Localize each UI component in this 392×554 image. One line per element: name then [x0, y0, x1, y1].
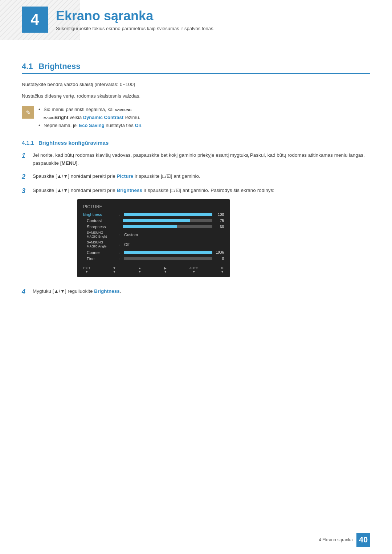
- screen-label-brightness: Brightness: [83, 212, 116, 217]
- brightness-value: 100: [215, 213, 224, 217]
- body-text-1: Nustatykite bendrą vaizdo skaistį (inter…: [22, 81, 370, 89]
- note-item-2: Neprieinama, jei Eco Saving nustatyta ti…: [38, 122, 143, 130]
- colon-1: :: [119, 212, 120, 217]
- contrast-fill: [123, 219, 190, 222]
- btn-auto: AUTO▼: [189, 266, 199, 274]
- brightness-fill: [124, 213, 212, 216]
- fine-bar-container: 0: [124, 257, 224, 260]
- step-3-text: Spauskite [▲/▼] norėdami pereiti prie Br…: [33, 186, 274, 194]
- screen-title: PICTURE: [83, 204, 224, 209]
- subsection-411-title: 4.1.1 Brightness konfigūravimas: [22, 140, 109, 146]
- chapter-number-box: 4: [22, 7, 48, 33]
- fine-value: 0: [215, 257, 224, 260]
- step-4-number: 4: [22, 287, 29, 296]
- btn-up: ▲▼: [138, 266, 142, 274]
- subsection-411-label: Brightness konfigūravimas: [38, 140, 109, 146]
- note2-pre: Neprieinama, jei: [44, 123, 79, 128]
- note-box: ✎ Šio meniu pasirinkti negalima, kai SAM…: [22, 106, 370, 130]
- coarse-bar-container: 1936: [124, 250, 224, 254]
- page: 4 Ekrano sąranka Sukonfigūruokite tokius…: [0, 0, 392, 554]
- colon-6: :: [119, 250, 120, 255]
- colon-7: :: [119, 257, 120, 261]
- note2-dot: .: [142, 123, 143, 128]
- sharpness-value: 60: [215, 225, 224, 229]
- note2-mid: nustatyta ties: [105, 123, 135, 128]
- step-1: 1 Jei norite, kad būtų rodomas klavišų v…: [22, 151, 370, 167]
- note2-on: On: [135, 123, 141, 128]
- screen-row-magic-bright: SAMSUNGMAGIC Bright : Custom: [83, 231, 224, 239]
- coarse-value: 1936: [215, 250, 224, 254]
- footer: 4 Ekrano sąranka 40: [319, 533, 370, 547]
- step-1-menu-bold: MENU: [62, 160, 76, 166]
- footer-text: 4 Ekrano sąranka: [319, 537, 353, 542]
- chapter-subtitle: Sukonfigūruokite tokius ekrano parametru…: [56, 26, 215, 31]
- screen-row-magic-angle: SAMSUNGMAGIC Angle : Off: [83, 241, 224, 249]
- step-1-number: 1: [22, 151, 29, 160]
- colon-5: :: [119, 242, 120, 247]
- chapter-title-area: Ekrano sąranka Sukonfigūruokite tokius e…: [48, 8, 215, 31]
- screen-mockup: PICTURE Brightness : 100: [77, 199, 230, 277]
- screen-row-sharpness: Sharpness 60: [83, 225, 224, 229]
- coarse-fill: [124, 251, 212, 254]
- brightness-bar-container: 100: [124, 213, 224, 217]
- step-2-text: Spauskite [▲/▼] norėdami pereiti prie Pi…: [33, 172, 200, 180]
- step-2-number: 2: [22, 172, 29, 181]
- top-rule: [0, 40, 392, 40]
- chapter-number: 4: [30, 11, 39, 28]
- screen-row-contrast: Contrast 75: [83, 218, 224, 223]
- btn-settings: ⚙▼: [221, 266, 224, 274]
- step-4: 4 Mygtuku [▲/▼] reguliuokite Brightness.: [22, 287, 370, 296]
- note-icon: ✎: [22, 106, 34, 119]
- steps-container: 1 Jei norite, kad būtų rodomas klavišų v…: [22, 151, 370, 296]
- sharpness-fill: [123, 225, 177, 228]
- colon-4: :: [119, 233, 120, 237]
- btn-enter: ▶▼: [164, 266, 167, 274]
- btn-down: ▼▼: [113, 266, 116, 274]
- magic-angle-value: Off: [124, 242, 129, 247]
- contrast-bar-container: 75: [123, 219, 224, 223]
- note1-end: režimu.: [123, 115, 140, 120]
- magic-bright-value: Custom: [124, 233, 138, 237]
- screen-label-coarse: Coarse: [83, 250, 116, 255]
- subsection-411-number: 4.1.1: [22, 140, 34, 146]
- note1-dynamic-contrast: Dynamic Contrast: [83, 115, 123, 120]
- fine-bar: [124, 257, 212, 260]
- footer-page-number: 40: [356, 533, 370, 547]
- chapter-header: 4 Ekrano sąranka Sukonfigūruokite tokius…: [22, 7, 215, 33]
- note-list: Šio meniu pasirinkti negalima, kai SAMSU…: [38, 106, 143, 130]
- note2-eco-saving: Eco Saving: [79, 123, 105, 128]
- note-item-1: Šio meniu pasirinkti negalima, kai SAMSU…: [38, 106, 143, 122]
- contrast-bar: [123, 219, 212, 222]
- step-3-content: Spauskite [▲/▼] norėdami pereiti prie Br…: [33, 186, 274, 282]
- step-1-text: Jei norite, kad būtų rodomas klavišų vad…: [33, 151, 370, 167]
- contrast-value: 75: [215, 219, 224, 223]
- note1-text-pre: Šio meniu pasirinkti negalima, kai: [44, 107, 115, 112]
- section-41-title: Brightness: [39, 62, 81, 71]
- screen-label-magic-bright: SAMSUNGMAGIC Bright: [83, 231, 116, 239]
- body-text-2: Nustačius didesnę vertę, rodomas skaiste…: [22, 92, 370, 100]
- screen-label-fine: Fine: [83, 257, 116, 261]
- step-3-brightness: Brightness: [117, 188, 143, 193]
- sharpness-bar: [123, 225, 212, 228]
- btn-exit: EXIT▼: [83, 266, 90, 274]
- main-content: 4.1 Brightness Nustatykite bendrą vaizdo…: [22, 47, 370, 301]
- screen-label-magic-angle: SAMSUNGMAGIC Angle: [83, 241, 116, 249]
- screen-label-contrast: Contrast: [83, 218, 116, 223]
- step-3: 3 Spauskite [▲/▼] norėdami pereiti prie …: [22, 186, 370, 282]
- screen-row-brightness: Brightness : 100: [83, 212, 224, 217]
- step-4-text: Mygtuku [▲/▼] reguliuokite Brightness.: [33, 287, 121, 295]
- screen-buttons: EXIT▼ ▼▼ ▲▼ ▶▼ AUTO▼ ⚙▼: [83, 264, 224, 274]
- step-2: 2 Spauskite [▲/▼] norėdami pereiti prie …: [22, 172, 370, 181]
- step-2-picture: Picture: [117, 173, 134, 179]
- note-icon-symbol: ✎: [26, 109, 30, 116]
- brightness-bar: [124, 213, 212, 216]
- section-41-number: 4.1: [22, 62, 33, 71]
- screen-label-sharpness: Sharpness: [83, 225, 116, 229]
- note1-mid: veikia: [68, 115, 83, 120]
- chapter-title: Ekrano sąranka: [56, 8, 215, 24]
- sharpness-bar-container: 60: [123, 225, 224, 229]
- step-3-number: 3: [22, 186, 29, 196]
- section-41-header: 4.1 Brightness: [22, 62, 370, 74]
- step-4-brightness: Brightness: [94, 288, 120, 294]
- screen-row-fine: Fine : 0: [83, 257, 224, 261]
